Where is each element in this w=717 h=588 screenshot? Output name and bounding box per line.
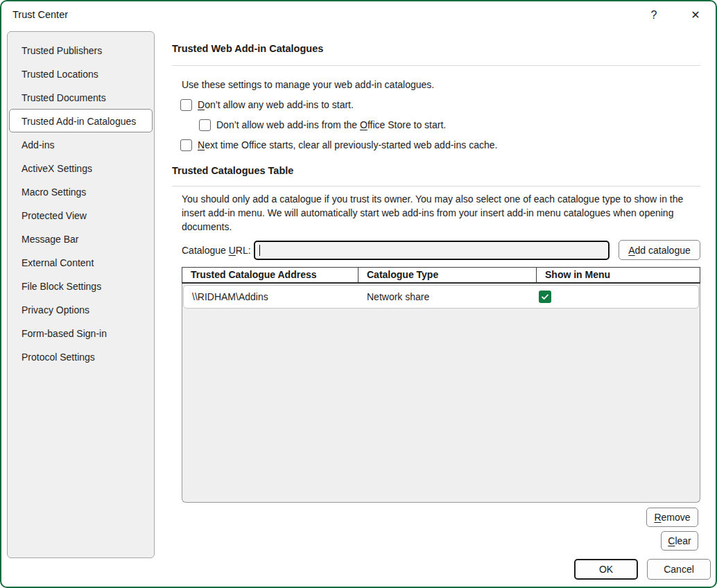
trust-center-dialog: Trust Center ? ✕ Trusted Publishers Trus… [0, 0, 717, 588]
sidebar-item-activex-settings[interactable]: ActiveX Settings [9, 156, 153, 180]
main-panel: Trusted Web Add-in Catalogues Use these … [172, 42, 700, 551]
column-header-catalogue-type[interactable]: Catalogue Type [358, 268, 536, 282]
column-header-show-in-menu[interactable]: Show in Menu [536, 268, 700, 282]
section-title-trusted-catalogues-table: Trusted Catalogues Table [172, 164, 700, 178]
cell-catalogue-type: Network share [358, 291, 536, 302]
checkbox-row-clear-web-add-ins-cache: Next time Office starts, clear all previ… [180, 138, 700, 152]
sidebar-item-add-ins[interactable]: Add-ins [9, 132, 153, 156]
trusted-catalogues-table: Trusted Catalogue Address Catalogue Type… [182, 267, 700, 503]
remove-button[interactable]: Remove [646, 508, 698, 527]
section-divider [172, 186, 700, 187]
add-catalogue-button[interactable]: Add catalogue [619, 240, 700, 260]
sidebar-item-file-block-settings[interactable]: File Block Settings [9, 274, 153, 297]
sidebar-item-trusted-publishers[interactable]: Trusted Publishers [9, 38, 153, 62]
text-caret [259, 245, 260, 256]
catalogue-description-text: You should only add a catalogue if you t… [182, 192, 700, 234]
sidebar-item-form-based-sign-in[interactable]: Form-based Sign-in [9, 321, 153, 345]
checkbox-label: Next time Office starts, clear all previ… [198, 138, 497, 152]
sidebar: Trusted Publishers Trusted Locations Tru… [7, 31, 155, 558]
sidebar-item-message-bar[interactable]: Message Bar [9, 227, 153, 250]
sidebar-item-protected-view[interactable]: Protected View [9, 203, 153, 227]
column-header-trusted-catalogue-address[interactable]: Trusted Catalogue Address [182, 268, 358, 282]
table-header-row: Trusted Catalogue Address Catalogue Type… [182, 267, 700, 284]
checkbox-dont-allow-any-web-add-ins[interactable] [180, 99, 192, 111]
sidebar-item-macro-settings[interactable]: Macro Settings [9, 180, 153, 203]
dialog-footer: OK Cancel [574, 559, 711, 580]
clear-button[interactable]: Clear [661, 531, 698, 551]
ok-button[interactable]: OK [574, 559, 638, 580]
checkbox-dont-allow-office-store-add-ins[interactable] [199, 119, 211, 131]
settings-intro-text: Use these settings to manage your web ad… [182, 78, 700, 92]
sidebar-item-trusted-documents[interactable]: Trusted Documents [9, 85, 153, 109]
checkbox-row-dont-allow-any-web-add-ins: Don’t allow any web add-ins to start. [180, 98, 700, 112]
catalogue-url-label: Catalogue URL: [182, 245, 254, 256]
section-divider [172, 65, 700, 66]
sidebar-item-trusted-add-in-catalogues[interactable]: Trusted Add-in Catalogues [9, 109, 153, 132]
catalogue-url-row: Catalogue URL: Add catalogue [182, 240, 700, 260]
cell-show-in-menu [536, 291, 698, 303]
checkbox-label: Don’t allow any web add-ins to start. [198, 98, 354, 112]
checkbox-label: Don’t allow web add-ins from the Office … [216, 118, 446, 132]
catalogue-url-input[interactable] [254, 241, 610, 260]
table-row[interactable]: \\RIDHAM\Addins Network share [183, 285, 699, 309]
help-icon[interactable]: ? [643, 6, 664, 24]
sidebar-item-privacy-options[interactable]: Privacy Options [9, 297, 153, 321]
checkbox-row-dont-allow-office-store: Don’t allow web add-ins from the Office … [199, 118, 700, 132]
table-body: \\RIDHAM\Addins Network share [182, 284, 700, 503]
sidebar-item-protocol-settings[interactable]: Protocol Settings [9, 345, 153, 368]
section-title-web-add-in-catalogues: Trusted Web Add-in Catalogues [172, 42, 700, 55]
checkmark-icon [541, 293, 549, 301]
sidebar-item-external-content[interactable]: External Content [9, 250, 153, 274]
window-title: Trust Center [12, 9, 68, 20]
table-action-buttons: Remove Clear [172, 508, 700, 551]
title-bar: Trust Center ? ✕ [1, 1, 716, 29]
show-in-menu-checkbox-checked[interactable] [539, 291, 551, 303]
sidebar-item-trusted-locations[interactable]: Trusted Locations [9, 62, 153, 85]
checkbox-clear-web-add-ins-cache[interactable] [180, 139, 192, 151]
cancel-button[interactable]: Cancel [647, 559, 711, 580]
close-icon[interactable]: ✕ [685, 6, 706, 24]
cell-catalogue-address: \\RIDHAM\Addins [184, 291, 358, 302]
